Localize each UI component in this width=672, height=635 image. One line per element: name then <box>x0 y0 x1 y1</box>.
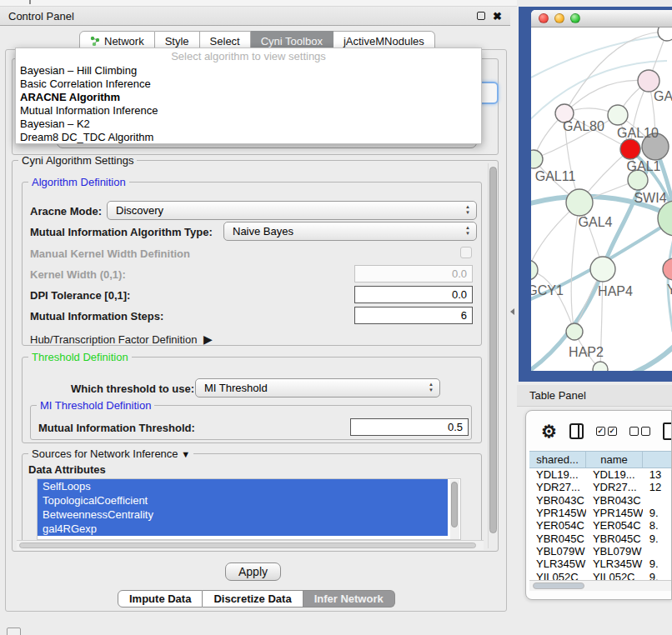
table-row[interactable]: YER054CYER054C8. <box>529 519 672 532</box>
network-node-gal1[interactable] <box>620 139 640 159</box>
zoom-window-icon[interactable] <box>570 13 580 23</box>
table-cell: YLR345W <box>529 558 586 570</box>
network-node-hap2[interactable] <box>566 323 583 340</box>
select-all-icon[interactable]: ✓ ✓ <box>596 427 617 436</box>
network-window-titlebar[interactable] <box>531 10 672 28</box>
table-row[interactable]: YPR145WYPR145W9. <box>529 507 672 519</box>
mi-threshold-field[interactable]: 0.5 <box>350 418 469 436</box>
settings-hscrollbar-thumb[interactable] <box>19 542 476 548</box>
table-hscrollbar-thumb[interactable] <box>533 582 584 589</box>
combo-arrows-icon: ▲▼ <box>465 204 470 216</box>
tab-jactivemnodules[interactable]: jActiveMNodules <box>333 31 435 49</box>
dropdown-item[interactable]: Bayesian – K2 <box>16 118 481 131</box>
network-node-gal10[interactable] <box>608 105 628 125</box>
settings-scrollbar-track[interactable] <box>488 163 498 548</box>
network-node-hap4[interactable] <box>590 257 615 282</box>
tab-label: Style <box>165 35 189 48</box>
network-node-gcy1[interactable] <box>531 260 538 280</box>
algorithm-dropdown-items: Bayesian – Hill ClimbingBasic Correlatio… <box>16 64 481 144</box>
table-cell: 9. <box>643 558 672 570</box>
network-node[interactable] <box>593 362 608 371</box>
settings-scrollbar-thumb[interactable] <box>489 167 497 533</box>
kernel-width-label: Kernel Width (0,1): <box>30 268 126 281</box>
checked-box-icon: ✓ <box>608 427 617 436</box>
manual-kernel-checkbox[interactable] <box>460 247 472 258</box>
mi-type-combo[interactable]: Naive Bayes ▲▼ <box>223 222 477 241</box>
network-node-gal11[interactable] <box>531 150 543 168</box>
manual-kernel-label: Manual Kernel Width Definition <box>30 248 190 260</box>
dropdown-item[interactable]: Basic Correlation Inference <box>16 78 481 91</box>
tab-style[interactable]: Style <box>155 31 200 49</box>
attributes-scrollbar-track[interactable] <box>450 480 459 540</box>
sources-group-title[interactable]: Sources for Network Inference ▼ <box>28 448 193 460</box>
attribute-list-item[interactable]: BetweennessCentrality <box>38 508 448 522</box>
network-window: GALGAL80GAL10GAL1GAL11SWI4GAL4GCY1YHAP4H… <box>531 10 672 371</box>
network-node[interactable] <box>658 201 672 236</box>
network-node-label: HAP2 <box>569 345 604 359</box>
data-attributes-list[interactable]: SelfLoopsTopologicalCoefficientBetweenne… <box>37 478 461 540</box>
dropdown-item[interactable]: ARACNE Algorithm <box>16 91 481 104</box>
new-table-icon[interactable] <box>663 422 672 440</box>
which-threshold-label: Which threshold to use: <box>71 382 194 395</box>
table-cell: YBR045C <box>586 532 643 545</box>
bottom-tab-infer-network[interactable]: Infer Network <box>303 590 395 608</box>
settings-hscrollbar-track[interactable] <box>17 540 484 550</box>
panel-splitter-handle[interactable] <box>510 308 514 315</box>
bottom-tab-impute-data[interactable]: Impute Data <box>118 590 203 608</box>
tab-network[interactable]: Network <box>79 31 155 49</box>
dropdown-item[interactable]: Mutual Information Inference <box>16 104 481 118</box>
dropdown-item[interactable]: Dream8 DC_TDC Algorithm <box>16 131 481 144</box>
aracne-mode-combo[interactable]: Discovery ▲▼ <box>107 201 477 220</box>
network-icon <box>90 36 100 46</box>
table-row[interactable]: YDR27...YDR27...12 <box>529 481 672 493</box>
table-cell: YDL19... <box>586 468 643 481</box>
attribute-list-item[interactable]: gal4RGexp <box>38 522 448 536</box>
dpi-tolerance-field[interactable]: 0.0 <box>354 286 473 303</box>
deselect-all-icon[interactable] <box>629 427 650 436</box>
network-node[interactable] <box>658 28 672 41</box>
tab-select[interactable]: Select <box>200 31 251 49</box>
network-node-gal4[interactable] <box>566 189 593 216</box>
network-edge <box>564 80 649 113</box>
table-cell: YBR043C <box>529 494 586 507</box>
network-node-y[interactable] <box>663 258 672 280</box>
apply-button[interactable]: Apply <box>225 562 281 581</box>
table-cell: YBL079W <box>529 545 586 558</box>
control-panel-tabbar: NetworkStyleSelectCyni ToolboxjActiveMNo… <box>79 31 435 49</box>
minimize-window-icon[interactable] <box>554 13 564 23</box>
node-table[interactable]: shared...name YDL19...YDL19...13YDR27...… <box>529 451 672 599</box>
attribute-list-item[interactable]: TopologicalCoefficient <box>38 493 448 508</box>
close-panel-icon[interactable]: ✖ <box>493 11 502 22</box>
hub-definition-toggle[interactable]: Hub/Transcription Factor Definition ▶ <box>30 332 213 346</box>
table-cell: YER054C <box>586 519 643 532</box>
mi-steps-field[interactable]: 6 <box>354 307 473 324</box>
table-column-header[interactable]: name <box>586 452 643 468</box>
table-row[interactable]: YBL079WYBL079W <box>529 545 672 558</box>
network-canvas[interactable]: GALGAL80GAL10GAL1GAL11SWI4GAL4GCY1YHAP4H… <box>531 28 672 371</box>
table-column-header[interactable]: shared... <box>529 452 586 468</box>
network-node-label: GAL <box>654 89 672 103</box>
bottom-tab-discretize-data[interactable]: Discretize Data <box>203 590 303 608</box>
table-row[interactable]: YBR043CYBR043C <box>529 494 672 507</box>
attribute-list-item[interactable]: SelfLoops <box>38 479 448 493</box>
network-node-label: GAL80 <box>563 119 604 133</box>
table-cell: YLR345W <box>586 558 643 570</box>
mi-steps-label: Mutual Information Steps: <box>30 310 163 322</box>
table-column-header[interactable] <box>643 452 672 468</box>
minimized-panel-icon[interactable] <box>7 628 21 635</box>
dropdown-item[interactable]: Bayesian – Hill Climbing <box>16 64 481 78</box>
table-row[interactable]: YDL19...YDL19...13 <box>529 468 672 481</box>
dpi-tolerance-value: 0.0 <box>452 288 467 301</box>
table-row[interactable]: YLR345WYLR345W9. <box>529 558 672 570</box>
column-layout-icon[interactable] <box>569 423 584 439</box>
gear-icon[interactable]: ⚙ <box>541 422 557 440</box>
table-row[interactable]: YBR045CYBR045C9. <box>529 532 672 544</box>
table-cell: 9. <box>643 507 672 519</box>
close-window-icon[interactable] <box>539 13 549 23</box>
which-threshold-combo[interactable]: MI Threshold ▲▼ <box>195 378 440 398</box>
attributes-scrollbar-thumb[interactable] <box>451 482 458 528</box>
control-panel-titlebar: Control Panel ✖ <box>0 7 510 26</box>
tab-cyni-toolbox[interactable]: Cyni Toolbox <box>251 31 333 49</box>
table-hscrollbar-track[interactable] <box>529 580 672 591</box>
float-panel-icon[interactable] <box>477 12 485 20</box>
